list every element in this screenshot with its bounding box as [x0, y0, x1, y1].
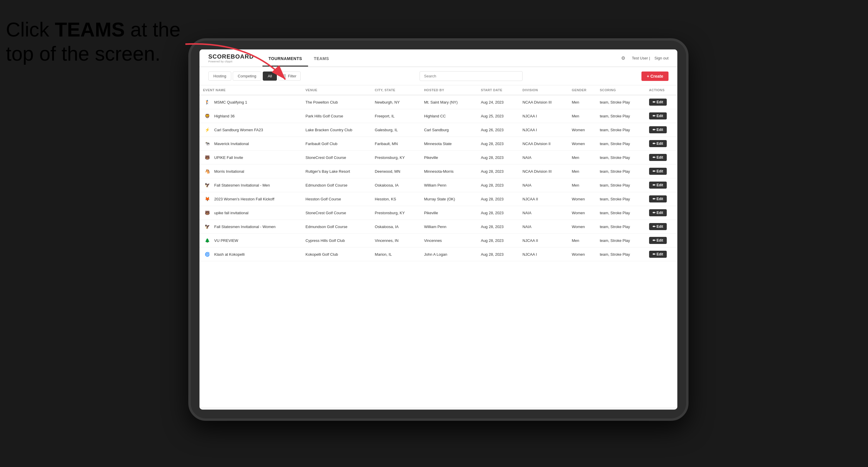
cell-hosted: Pikeville: [421, 151, 477, 164]
cell-scoring: team, Stroke Play: [596, 234, 645, 247]
cell-date: Aug 28, 2023: [477, 178, 519, 192]
arrow-indicator: [162, 35, 309, 94]
col-header-city: CITY, STATE: [371, 85, 421, 95]
cell-scoring: team, Stroke Play: [596, 137, 645, 151]
col-header-actions: ACTIONS: [646, 85, 677, 95]
sign-out-link[interactable]: Sign out: [654, 56, 669, 60]
event-name-cell: ⚡ Carl Sandburg Women FA23: [203, 126, 298, 134]
cell-gender: Men: [568, 151, 596, 164]
cell-date: Aug 28, 2023: [477, 151, 519, 164]
create-button[interactable]: + Create: [642, 71, 669, 81]
event-name: MSMC Qualifying 1: [214, 100, 247, 104]
table-row: 🌲 VU PREVIEW Cypress Hills Golf Club Vin…: [199, 234, 677, 247]
cell-hosted: John A Logan: [421, 247, 477, 261]
cell-event: 🐻 upike fall invitational: [199, 206, 302, 220]
edit-button[interactable]: ✏ Edit: [649, 223, 667, 230]
cell-gender: Women: [568, 206, 596, 220]
cell-gender: Women: [568, 247, 596, 261]
col-header-scoring: SCORING: [596, 85, 645, 95]
cell-event: 🐻 UPIKE Fall Invite: [199, 151, 302, 164]
cell-city: Prestonsburg, KY: [371, 151, 421, 164]
cell-venue: Faribault Golf Club: [302, 137, 371, 151]
cell-gender: Men: [568, 164, 596, 178]
cell-hosted: Pikeville: [421, 206, 477, 220]
event-name: Highland 36: [214, 114, 235, 118]
edit-button[interactable]: ✏ Edit: [649, 113, 667, 120]
event-name-cell: 🐴 Morris Invitational: [203, 167, 298, 176]
cell-actions: ✏ Edit: [646, 151, 677, 164]
cell-city: Prestonsburg, KY: [371, 206, 421, 220]
event-name-cell: 🦊 2023 Women's Hesston Fall Kickoff: [203, 195, 298, 203]
cell-event: 🦊 2023 Women's Hesston Fall Kickoff: [199, 192, 302, 206]
edit-button[interactable]: ✏ Edit: [649, 237, 667, 244]
cell-event: 🏌️ MSMC Qualifying 1: [199, 95, 302, 109]
event-name: Morris Invitational: [214, 169, 244, 174]
col-header-hosted: HOSTED BY: [421, 85, 477, 95]
cell-actions: ✏ Edit: [646, 109, 677, 123]
cell-division: NAIA: [519, 206, 568, 220]
edit-button[interactable]: ✏ Edit: [649, 182, 667, 189]
table-row: 🐻 UPIKE Fall Invite StoneCrest Golf Cour…: [199, 151, 677, 164]
edit-button[interactable]: ✏ Edit: [649, 154, 667, 161]
cell-hosted: Highland CC: [421, 109, 477, 123]
table-row: 🐻 upike fall invitational StoneCrest Gol…: [199, 206, 677, 220]
cell-event: 🐄 Maverick Invitational: [199, 137, 302, 151]
edit-button[interactable]: ✏ Edit: [649, 126, 667, 133]
cell-actions: ✏ Edit: [646, 206, 677, 220]
cell-venue: Cypress Hills Golf Club: [302, 234, 371, 247]
tab-teams[interactable]: TEAMS: [308, 56, 335, 66]
settings-icon[interactable]: ⚙: [619, 54, 627, 62]
team-logo: 🦁: [203, 112, 211, 120]
event-name-cell: 🏌️ MSMC Qualifying 1: [203, 98, 298, 106]
cell-gender: Men: [568, 95, 596, 109]
team-logo: 🦅: [203, 181, 211, 189]
event-name-cell: 🦅 Fall Statesmen Invitational - Men: [203, 181, 298, 189]
cell-venue: Ruttger's Bay Lake Resort: [302, 164, 371, 178]
cell-gender: Men: [568, 178, 596, 192]
team-logo: 🐄: [203, 139, 211, 148]
tournaments-table: EVENT NAME VENUE CITY, STATE HOSTED BY S…: [199, 85, 677, 261]
cell-division: NJCAA I: [519, 123, 568, 137]
cell-city: Marion, IL: [371, 247, 421, 261]
cell-division: NJCAA II: [519, 234, 568, 247]
event-name-cell: 🦁 Highland 36: [203, 112, 298, 120]
cell-actions: ✏ Edit: [646, 220, 677, 234]
cell-gender: Men: [568, 109, 596, 123]
cell-scoring: team, Stroke Play: [596, 123, 645, 137]
cell-date: Aug 28, 2023: [477, 164, 519, 178]
cell-scoring: team, Stroke Play: [596, 164, 645, 178]
cell-division: NAIA: [519, 151, 568, 164]
cell-event: 🦁 Highland 36: [199, 109, 302, 123]
cell-date: Aug 26, 2023: [477, 123, 519, 137]
cell-hosted: Minnesota State: [421, 137, 477, 151]
user-info: Test User |: [632, 56, 650, 60]
cell-actions: ✏ Edit: [646, 164, 677, 178]
cell-city: Deerwood, MN: [371, 164, 421, 178]
team-logo: 🦅: [203, 222, 211, 231]
cell-gender: Women: [568, 137, 596, 151]
cell-division: NAIA: [519, 178, 568, 192]
cell-actions: ✏ Edit: [646, 192, 677, 206]
table-row: 🦅 Fall Statesmen Invitational - Men Edmu…: [199, 178, 677, 192]
edit-button[interactable]: ✏ Edit: [649, 168, 667, 175]
table-row: 🐄 Maverick Invitational Faribault Golf C…: [199, 137, 677, 151]
edit-button[interactable]: ✏ Edit: [649, 195, 667, 203]
col-header-division: DIVISION: [519, 85, 568, 95]
cell-venue: StoneCrest Golf Course: [302, 151, 371, 164]
cell-city: Hesston, KS: [371, 192, 421, 206]
event-name: 2023 Women's Hesston Fall Kickoff: [214, 197, 274, 201]
cell-hosted: Minnesota-Morris: [421, 164, 477, 178]
table-row: 🐴 Morris Invitational Ruttger's Bay Lake…: [199, 164, 677, 178]
edit-button[interactable]: ✏ Edit: [649, 140, 667, 147]
cell-venue: Lake Bracken Country Club: [302, 123, 371, 137]
edit-button[interactable]: ✏ Edit: [649, 251, 667, 258]
cell-venue: Edmundson Golf Course: [302, 178, 371, 192]
event-name: upike fall invitational: [214, 211, 248, 215]
cell-date: Aug 28, 2023: [477, 234, 519, 247]
cell-gender: Women: [568, 123, 596, 137]
cell-date: Aug 24, 2023: [477, 95, 519, 109]
search-input[interactable]: [420, 71, 523, 81]
event-name: Fall Statesmen Invitational - Men: [214, 183, 270, 187]
edit-button[interactable]: ✏ Edit: [649, 99, 667, 106]
edit-button[interactable]: ✏ Edit: [649, 209, 667, 216]
